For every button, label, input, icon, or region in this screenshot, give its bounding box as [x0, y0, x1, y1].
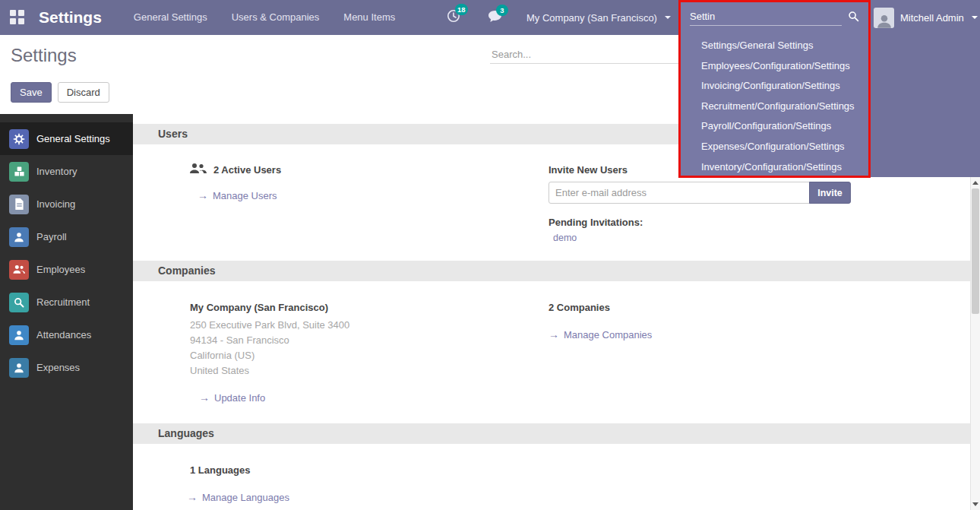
arrow-right-icon: → — [199, 391, 210, 404]
search-icon[interactable] — [848, 11, 859, 25]
person-icon — [9, 227, 29, 247]
menu-search-dropdown: Settings/General Settings Employees/Conf… — [678, 0, 871, 178]
caret-down-icon — [972, 16, 978, 19]
activities-button[interactable]: 18 — [447, 0, 460, 35]
people-icon — [9, 260, 29, 280]
search-result-item[interactable]: Payroll/Configuration/Settings — [681, 116, 868, 137]
user-menu[interactable]: Mitchell Admin — [874, 0, 978, 35]
pending-invitations-label: Pending Invitations: — [548, 217, 643, 228]
boxes-icon — [9, 162, 29, 182]
sidebar-item-inventory[interactable]: Inventory — [0, 155, 133, 188]
page-title: Settings — [11, 45, 77, 66]
sidebar-item-recruitment[interactable]: Recruitment — [0, 286, 133, 318]
active-users-count: 2 Active Users — [213, 164, 281, 176]
languages-count: 1 Languages — [190, 464, 250, 476]
vertical-scrollbar[interactable] — [970, 177, 980, 510]
control-panel-buttons: Save Discard — [11, 82, 109, 103]
sidebar-item-label: Inventory — [36, 166, 77, 177]
arrow-right-icon: → — [548, 328, 559, 341]
search-result-item[interactable]: Recruitment/Configuration/Settings — [681, 97, 868, 117]
activities-badge: 18 — [455, 4, 468, 15]
active-users-row: 2 Active Users — [190, 163, 281, 177]
company-switcher[interactable]: My Company (San Francisco) — [526, 0, 671, 35]
address-line: 250 Executive Park Blvd, Suite 3400 — [190, 318, 349, 333]
users-group-icon — [190, 163, 207, 177]
discard-button[interactable]: Discard — [58, 82, 109, 103]
scrollbar-thumb[interactable] — [972, 188, 979, 314]
manage-users-label: Manage Users — [213, 190, 277, 201]
sidebar-item-label: Expenses — [36, 362, 80, 373]
settings-sidebar: General Settings Inventory Invoicing Pay… — [0, 114, 133, 510]
address-line: United States — [190, 363, 349, 379]
record-search-input[interactable] — [490, 46, 680, 64]
sidebar-item-invoicing[interactable]: Invoicing — [0, 188, 133, 220]
company-name-label: My Company (San Francisco) — [526, 12, 657, 24]
sidebar-item-label: Employees — [36, 264, 85, 275]
address-line: California (US) — [190, 348, 349, 363]
invite-email-input[interactable] — [548, 182, 810, 204]
invite-row: Invite — [548, 182, 851, 204]
caret-down-icon — [665, 16, 671, 19]
company-name: My Company (San Francisco) — [190, 302, 328, 313]
sidebar-item-payroll[interactable]: Payroll — [0, 220, 133, 253]
manage-languages-label: Manage Languages — [202, 492, 289, 503]
manage-users-link[interactable]: → Manage Users — [198, 189, 277, 201]
control-panel-search — [490, 46, 680, 64]
arrow-right-icon: → — [187, 491, 198, 503]
companies-count: 2 Companies — [548, 302, 610, 313]
scroll-up-arrow[interactable] — [971, 178, 980, 188]
search-result-item[interactable]: Inventory/Configuration/Settings — [681, 157, 868, 178]
sidebar-item-label: Invoicing — [36, 198, 75, 210]
sidebar-item-label: Recruitment — [36, 296, 90, 308]
manage-companies-link[interactable]: → Manage Companies — [548, 328, 652, 341]
search-result-item[interactable]: Invoicing/Configuration/Settings — [681, 76, 868, 97]
arrow-right-icon: → — [198, 189, 208, 201]
sidebar-item-employees[interactable]: Employees — [0, 253, 133, 286]
navbar-menu: General Settings Users & Companies Menu … — [134, 0, 395, 35]
address-line: 94134 - San Francisco — [190, 333, 349, 348]
company-address: 250 Executive Park Blvd, Suite 3400 9413… — [190, 318, 349, 379]
sidebar-item-label: Attendances — [36, 329, 91, 341]
menu-search-results: Settings/General Settings Employees/Conf… — [681, 36, 868, 177]
invite-new-users-title: Invite New Users — [548, 164, 628, 176]
sidebar-item-expenses[interactable]: Expenses — [0, 351, 133, 384]
menu-users-companies[interactable]: Users & Companies — [232, 0, 320, 35]
sidebar-item-attendances[interactable]: Attendances — [0, 318, 133, 351]
manage-companies-label: Manage Companies — [564, 329, 652, 341]
invoice-document-icon — [9, 195, 29, 214]
user-name-label: Mitchell Admin — [900, 12, 964, 24]
odoo-settings-app: Users 2 Active Users → Manage Users Invi… — [0, 0, 980, 510]
sidebar-item-label: General Settings — [36, 133, 110, 144]
update-info-link[interactable]: → Update Info — [199, 391, 265, 404]
sidebar-item-label: Payroll — [36, 231, 67, 242]
companies-section-header: Companies — [133, 261, 970, 281]
current-app-title[interactable]: Settings — [39, 8, 102, 27]
scroll-down-arrow[interactable] — [971, 499, 980, 509]
save-button[interactable]: Save — [11, 82, 52, 103]
pending-invitation-tag[interactable]: demo — [553, 233, 577, 243]
messages-button[interactable]: 3 — [488, 0, 502, 35]
menu-menu-items[interactable]: Menu Items — [343, 0, 395, 35]
manage-languages-link[interactable]: → Manage Languages — [187, 491, 289, 503]
invite-button[interactable]: Invite — [809, 182, 851, 204]
user-avatar — [874, 8, 894, 28]
search-result-item[interactable]: Settings/General Settings — [681, 36, 868, 56]
menu-search-input[interactable] — [690, 8, 842, 26]
gear-icon — [9, 129, 29, 149]
person-dollar-icon — [9, 358, 29, 378]
languages-section-header: Languages — [133, 423, 970, 444]
search-result-item[interactable]: Expenses/Configuration/Settings — [681, 137, 868, 157]
magnifier-icon — [9, 293, 29, 312]
apps-grid-icon[interactable] — [10, 10, 25, 25]
messages-badge: 3 — [496, 5, 508, 16]
menu-general-settings[interactable]: General Settings — [134, 0, 207, 35]
sidebar-item-general-settings[interactable]: General Settings — [0, 122, 133, 155]
person-icon — [9, 325, 29, 345]
search-result-item[interactable]: Employees/Configuration/Settings — [681, 56, 868, 77]
update-info-label: Update Info — [214, 392, 265, 404]
